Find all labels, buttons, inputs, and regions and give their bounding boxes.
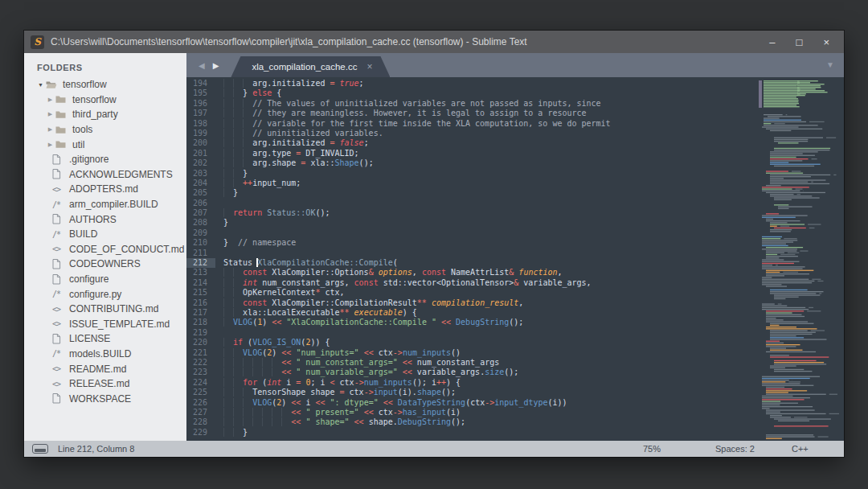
sidebar-item-authors[interactable]: AUTHORS [24, 212, 186, 227]
code-line-214[interactable]: 214 int num_constant_args, const std::ve… [186, 278, 755, 288]
code-line-194[interactable]: 194 arg.initialized = true; [186, 79, 755, 88]
code-line-204[interactable]: 204 ++input_num; [186, 179, 755, 188]
sidebar-item-tensorflow[interactable]: ▶tensorflow [24, 92, 186, 108]
code-line-205[interactable]: 205 } [186, 188, 755, 198]
sidebar-item-label: ACKNOWLEDGMENTS [69, 169, 173, 180]
collapsed-arrow-icon[interactable]: ▶ [45, 126, 55, 133]
title-bar[interactable]: S C:\Users\will\Documents\tensorflow\ten… [24, 31, 844, 53]
code-text [215, 328, 223, 338]
sidebar-item-contributing-md[interactable]: <>CONTRIBUTING.md [24, 302, 186, 317]
code-line-211[interactable]: 211 [186, 249, 755, 258]
code-line-199[interactable]: 199 // uninitialized variables. [186, 129, 755, 138]
status-bar: Line 212, Column 8 75% Spaces: 2 C++ [24, 441, 844, 457]
code-line-208[interactable]: 208} [186, 218, 755, 228]
code-line-221[interactable]: 221 VLOG(2) << "num_inputs=" << ctx->num… [186, 348, 755, 358]
code-line-217[interactable]: 217 xla::LocalExecutable** executable) { [186, 308, 755, 318]
code-line-213[interactable]: 213 const XlaCompiler::Options& options,… [186, 268, 755, 277]
sidebar-item-label: models.BUILD [69, 348, 131, 360]
code-line-226[interactable]: 226 VLOG(2) << i << ": dtype=" << DataTy… [186, 398, 755, 408]
sidebar-item-arm-compiler-build[interactable]: /*arm_compiler.BUILD [24, 197, 186, 212]
code-line-225[interactable]: 225 TensorShape shape = ctx->input(i).sh… [186, 388, 755, 397]
sidebar-item--gitignore[interactable]: .gitignore [24, 152, 186, 167]
code-line-216[interactable]: 216 const XlaCompiler::CompilationResult… [186, 298, 755, 308]
code-line-220[interactable]: 220 if (VLOG_IS_ON(2)) { [186, 338, 755, 347]
code-line-218[interactable]: 218 VLOG(1) << "XlaCompilationCache::Com… [186, 318, 755, 327]
syntax-mode-status[interactable]: C++ [792, 441, 809, 457]
line-number: 199 [186, 129, 215, 138]
collapsed-arrow-icon[interactable]: ▶ [45, 142, 55, 148]
sidebar-item-release-md[interactable]: <>RELEASE.md [24, 376, 186, 392]
code-line-200[interactable]: 200 arg.initialized = false; [186, 138, 755, 148]
code-line-212[interactable]: 212Status XlaCompilationCache::Compile( [186, 258, 755, 268]
sidebar-item-issue-template-md[interactable]: <>ISSUE_TEMPLATE.md [24, 317, 186, 332]
code-line-229[interactable]: 229 } [186, 428, 755, 438]
sidebar-item-build[interactable]: /*BUILD [24, 227, 186, 242]
code-line-219[interactable]: 219 [186, 328, 755, 338]
code-text: const XlaCompiler::CompilationResult** c… [215, 298, 523, 308]
sidebar-item-codeowners[interactable]: CODEOWNERS [24, 257, 186, 272]
code-text: } [215, 188, 238, 198]
code-text: } [215, 169, 248, 179]
code-line-224[interactable]: 224 for (int i = 0; i < ctx->num_inputs(… [186, 378, 755, 388]
code-line-206[interactable]: 206 [186, 199, 755, 208]
folder-tree: ▼tensorflow▶tensorflow▶third_party▶tools… [24, 77, 186, 406]
code-line-215[interactable]: 215 OpKernelContext* ctx, [186, 288, 755, 298]
minimize-icon[interactable]: – [769, 37, 775, 47]
code-line-197[interactable]: 197 // they are meaningless. However, it… [186, 109, 755, 118]
code-line-202[interactable]: 202 arg.shape = xla::Shape(); [186, 158, 755, 168]
sidebar-item-tools[interactable]: ▶tools [24, 122, 186, 138]
tab-close-icon[interactable]: × [366, 61, 372, 72]
zoom-level-status[interactable]: 75% [643, 441, 661, 457]
panel-toggle-icon[interactable] [32, 444, 48, 454]
collapsed-arrow-icon[interactable]: ▶ [45, 97, 55, 103]
sidebar-item-label: CODEOWNERS [69, 258, 141, 269]
line-number: 212 [186, 258, 215, 268]
code-icon: <> [52, 319, 64, 328]
line-number: 218 [186, 318, 215, 327]
tab-scroll-left-icon[interactable]: ◀ [194, 61, 209, 70]
code-line-210[interactable]: 210} // namespace [186, 238, 755, 248]
code-line-223[interactable]: 223 << " num_variable_args=" << variable… [186, 368, 755, 377]
code-line-228[interactable]: 228 << " shape=" << shape.DebugString(); [186, 417, 755, 427]
code-icon: <> [52, 305, 64, 314]
code-line-222[interactable]: 222 << " num_constant_args=" << num_cons… [186, 358, 755, 368]
tab-xla-compilation-cache[interactable]: xla_compilation_cache.cc × [231, 56, 390, 77]
tab-overflow-icon[interactable]: ▼ [826, 60, 834, 69]
code-line-227[interactable]: 227 << " present=" << ctx->has_input(i) [186, 408, 755, 417]
sidebar-item-configure-py[interactable]: /*configure.py [24, 286, 186, 302]
indent-setting-status[interactable]: Spaces: 2 [715, 441, 755, 457]
sidebar-item-acknowledgments[interactable]: ACKNOWLEDGMENTS [24, 167, 186, 183]
code-text: << " num_variable_args=" << variable_arg… [215, 368, 518, 377]
code-line-207[interactable]: 207 return Status::OK(); [186, 208, 755, 218]
sidebar-item-workspace[interactable]: WORKSPACE [24, 391, 186, 406]
minimap[interactable] [755, 79, 839, 442]
sidebar-item-readme-md[interactable]: <>README.md [24, 361, 186, 376]
code-text: << " present=" << ctx->has_input(i) [215, 408, 461, 417]
code-line-201[interactable]: 201 arg.type = DT_INVALID; [186, 149, 755, 158]
line-number: 200 [186, 138, 215, 148]
tab-scroll-right-icon[interactable]: ▶ [209, 61, 223, 70]
maximize-icon[interactable]: □ [796, 37, 803, 47]
code-line-195[interactable]: 195 } else { [186, 88, 755, 98]
sidebar-item-third-party[interactable]: ▶third_party [24, 107, 186, 122]
sidebar-item-configure[interactable]: configure [24, 272, 186, 287]
code-line-203[interactable]: 203 } [186, 169, 755, 179]
code-line-196[interactable]: 196 // The values of uninitialized varia… [186, 99, 755, 109]
code-editor[interactable]: 194 arg.initialized = true;195 } else {1… [186, 79, 755, 439]
sidebar-item-code-of-conduct-md[interactable]: <>CODE_OF_CONDUCT.md [24, 242, 186, 257]
sidebar-item-tensorflow[interactable]: ▼tensorflow [24, 77, 186, 92]
line-number: 221 [186, 348, 215, 358]
sidebar-item-models-build[interactable]: /*models.BUILD [24, 347, 186, 362]
line-number: 226 [186, 398, 215, 408]
line-number: 228 [186, 417, 215, 427]
collapsed-arrow-icon[interactable]: ▶ [45, 111, 55, 117]
code-line-209[interactable]: 209 [186, 228, 755, 238]
sidebar-item-label: third_party [72, 109, 118, 120]
sidebar-item-util[interactable]: ▶util [24, 137, 186, 152]
sidebar-item-adopters-md[interactable]: <>ADOPTERS.md [24, 182, 186, 197]
sidebar-item-license[interactable]: LICENSE [24, 331, 186, 347]
expanded-arrow-icon[interactable]: ▼ [35, 82, 46, 88]
code-line-198[interactable]: 198 // variable for the first time insid… [186, 119, 755, 129]
sidebar-item-label: ISSUE_TEMPLATE.md [69, 318, 170, 330]
close-icon[interactable]: × [823, 37, 829, 47]
